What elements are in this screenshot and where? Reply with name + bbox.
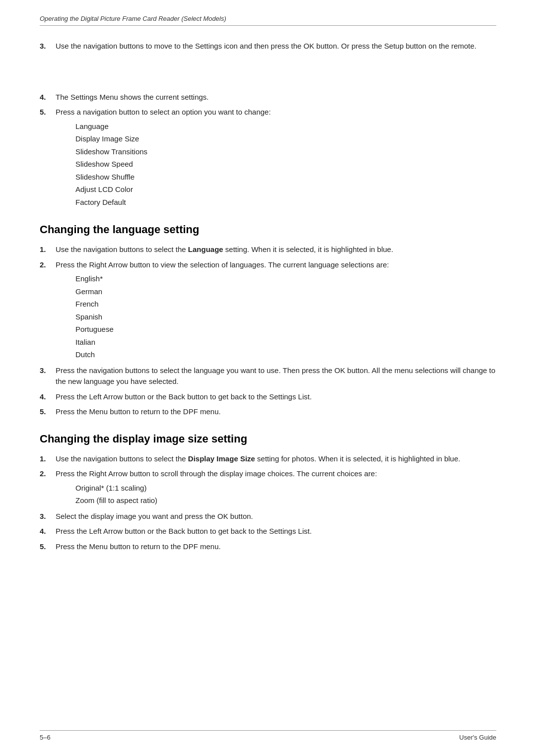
section-language-heading: Changing the language setting bbox=[40, 223, 496, 236]
lang-german: German bbox=[75, 285, 496, 298]
step-num-3: 3. bbox=[40, 41, 56, 52]
disp-step-5: 5. Press the Menu button to return to th… bbox=[40, 541, 496, 553]
lang-step-num-5: 5. bbox=[40, 406, 56, 418]
lang-spanish: Spanish bbox=[75, 311, 496, 323]
step3-text: Use the navigation buttons to move to th… bbox=[56, 41, 496, 52]
disp-step-1: 1. Use the navigation buttons to select … bbox=[40, 453, 496, 465]
lang-dutch: Dutch bbox=[75, 348, 496, 361]
lang-step-1: 1. Use the navigation buttons to select … bbox=[40, 244, 496, 255]
disp-step-num-5: 5. bbox=[40, 541, 56, 553]
disp-step-num-2: 2. bbox=[40, 468, 56, 480]
display-steps: 1. Use the navigation buttons to select … bbox=[40, 453, 496, 553]
step4-text: The Settings Menu shows the current sett… bbox=[56, 92, 496, 103]
disp-step2-text: Press the Right Arrow button to scroll t… bbox=[56, 468, 496, 507]
disp-step-num-4: 4. bbox=[40, 526, 56, 537]
step-num-4: 4. bbox=[40, 92, 56, 103]
disp-step1-text: Use the navigation buttons to select the… bbox=[56, 453, 496, 465]
disp-step-3: 3. Select the display image you want and… bbox=[40, 511, 496, 522]
disp-step5-text: Press the Menu button to return to the D… bbox=[56, 541, 496, 553]
disp-step-4: 4. Press the Left Arrow button or the Ba… bbox=[40, 526, 496, 537]
lang-portuguese: Portuguese bbox=[75, 323, 496, 336]
lang-step-num-4: 4. bbox=[40, 391, 56, 403]
page-footer: 5–6 User's Guide bbox=[40, 730, 496, 741]
settings-step-4: 4. The Settings Menu shows the current s… bbox=[40, 92, 496, 103]
lang-step2-text: Press the Right Arrow button to view the… bbox=[56, 259, 496, 361]
lang-bold: Language bbox=[188, 245, 223, 253]
intro-steps: 3. Use the navigation buttons to move to… bbox=[40, 41, 496, 52]
lang-step-4: 4. Press the Left Arrow button or the Ba… bbox=[40, 391, 496, 403]
page-content: 3. Use the navigation buttons to move to… bbox=[40, 41, 496, 552]
option-slideshow-transitions: Slideshow Transitions bbox=[75, 145, 496, 158]
lang-step-5: 5. Press the Menu button to return to th… bbox=[40, 406, 496, 418]
option-display-image-size: Display Image Size bbox=[75, 132, 496, 145]
lang-step-num-2: 2. bbox=[40, 259, 56, 271]
lang-step-num-3: 3. bbox=[40, 365, 56, 377]
disp-step-2: 2. Press the Right Arrow button to scrol… bbox=[40, 468, 496, 507]
page: Operating the Digital Picture Frame Card… bbox=[0, 0, 536, 756]
section-language: Changing the language setting 1. Use the… bbox=[40, 223, 496, 418]
option-factory-default: Factory Default bbox=[75, 196, 496, 209]
step-num-5: 5. bbox=[40, 107, 56, 118]
lang-step3-text: Press the navigation buttons to select t… bbox=[56, 365, 496, 387]
disp-bold: Display Image Size bbox=[188, 454, 255, 463]
footer-guide-label: User's Guide bbox=[459, 734, 496, 741]
lang-step1-text: Use the navigation buttons to select the… bbox=[56, 244, 496, 255]
lang-italian: Italian bbox=[75, 336, 496, 349]
section-display-heading: Changing the display image size setting bbox=[40, 433, 496, 445]
display-choices-list: Original* (1:1 scaling) Zoom (fill to as… bbox=[75, 482, 496, 507]
choice-original: Original* (1:1 scaling) bbox=[75, 482, 496, 495]
settings-steps: 4. The Settings Menu shows the current s… bbox=[40, 92, 496, 209]
lang-step5-text: Press the Menu button to return to the D… bbox=[56, 406, 496, 418]
disp-step3-text: Select the display image you want and pr… bbox=[56, 511, 496, 522]
lang-english: English* bbox=[75, 272, 496, 285]
option-language: Language bbox=[75, 120, 496, 133]
settings-step-5: 5. Press a navigation button to select a… bbox=[40, 107, 496, 208]
choice-zoom: Zoom (fill to aspect ratio) bbox=[75, 494, 496, 507]
lang-french: French bbox=[75, 298, 496, 311]
lang-step-num-1: 1. bbox=[40, 244, 56, 255]
language-list: English* German French Spanish Portugues… bbox=[75, 272, 496, 361]
header-text: Operating the Digital Picture Frame Card… bbox=[40, 15, 226, 22]
lang-step-2: 2. Press the Right Arrow button to view … bbox=[40, 259, 496, 361]
settings-options-list: Language Display Image Size Slideshow Tr… bbox=[75, 120, 496, 209]
option-slideshow-shuffle: Slideshow Shuffle bbox=[75, 171, 496, 184]
section-display-image: Changing the display image size setting … bbox=[40, 433, 496, 553]
lang-step4-text: Press the Left Arrow button or the Back … bbox=[56, 391, 496, 403]
footer-page-num: 5–6 bbox=[40, 734, 51, 741]
step5-text: Press a navigation button to select an o… bbox=[56, 107, 496, 208]
disp-step4-text: Press the Left Arrow button or the Back … bbox=[56, 526, 496, 537]
language-steps: 1. Use the navigation buttons to select … bbox=[40, 244, 496, 418]
intro-step-3: 3. Use the navigation buttons to move to… bbox=[40, 41, 496, 52]
disp-step-num-1: 1. bbox=[40, 453, 56, 465]
step5-intro: Press a navigation button to select an o… bbox=[56, 108, 271, 116]
option-adjust-lcd-color: Adjust LCD Color bbox=[75, 183, 496, 196]
page-header: Operating the Digital Picture Frame Card… bbox=[40, 14, 496, 26]
option-slideshow-speed: Slideshow Speed bbox=[75, 158, 496, 171]
lang-step-3: 3. Press the navigation buttons to selec… bbox=[40, 365, 496, 387]
disp-step-num-3: 3. bbox=[40, 511, 56, 522]
